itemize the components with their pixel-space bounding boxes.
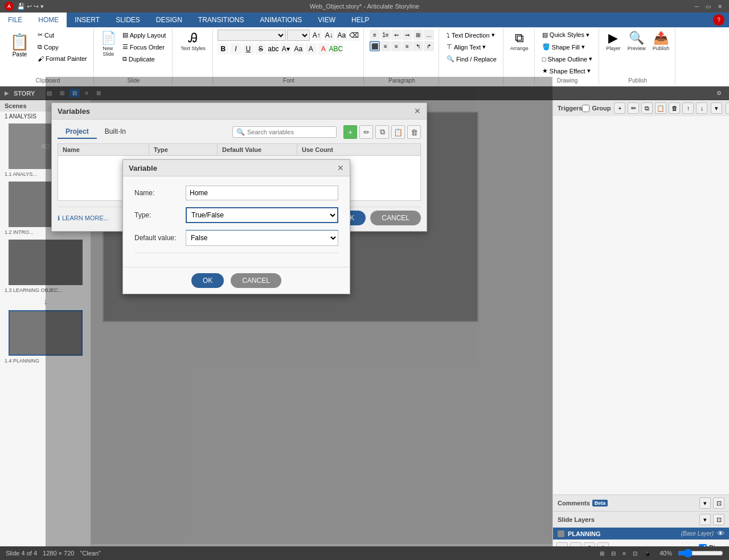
trigger-edit-button[interactable]: ✏	[628, 102, 639, 114]
shadow-button[interactable]: abc	[268, 43, 279, 55]
focus-order-button[interactable]: ☰ Focus Order	[120, 42, 169, 52]
search-input[interactable]	[247, 129, 333, 135]
text-direction-button[interactable]: ⤵ Text Direction ▾	[444, 30, 498, 40]
group-check[interactable]	[582, 105, 589, 112]
layer-visibility-button[interactable]: 👁	[717, 529, 724, 538]
paste-button[interactable]: 📋 Paste	[6, 30, 34, 60]
more-button[interactable]: ▾	[40, 3, 44, 10]
copy-variable-button[interactable]: ⧉	[375, 125, 389, 139]
increase-font-button[interactable]: A↑	[311, 30, 322, 41]
tab-built-in[interactable]: Built-In	[97, 125, 134, 139]
duplicate-button[interactable]: ⧉ Duplicate	[120, 53, 169, 64]
status-view-2[interactable]: ⊟	[608, 549, 619, 558]
trigger-copy-button[interactable]: ⧉	[641, 102, 653, 114]
font-size-select[interactable]	[287, 30, 310, 41]
save-button[interactable]: 💾	[17, 3, 25, 10]
shape-fill-button[interactable]: 🪣 Shape Fill ▾	[539, 42, 588, 52]
trigger-paste-button[interactable]: 📋	[655, 102, 666, 114]
tab-view[interactable]: VIEW	[310, 13, 343, 27]
storyview-settings-button[interactable]: ⚙	[714, 89, 724, 97]
trigger-delete-button[interactable]: 🗑	[669, 102, 680, 114]
player-button[interactable]: ▶ Player	[604, 30, 623, 52]
status-view-1[interactable]: ⊞	[597, 549, 607, 558]
tab-design[interactable]: DESIGN	[148, 13, 190, 27]
arrange-button[interactable]: ⧉ Arrange	[508, 30, 531, 52]
align-justify-button[interactable]: ≡	[402, 41, 412, 51]
zoom-slider[interactable]	[678, 549, 723, 558]
close-button[interactable]: ✕	[715, 3, 724, 10]
align-right-button[interactable]: ≡	[391, 41, 402, 51]
character-spacing-button[interactable]: A▾	[280, 43, 292, 55]
variable-name-input[interactable]	[186, 186, 338, 200]
comments-collapse-button[interactable]: ▾	[699, 497, 711, 509]
user-avatar[interactable]: ?	[713, 14, 724, 26]
tab-insert[interactable]: INSERT	[67, 13, 108, 27]
find-replace-button[interactable]: 🔍 Find / Replace	[444, 53, 499, 64]
font-name-select[interactable]	[218, 30, 286, 41]
font-color-button[interactable]: A	[318, 43, 329, 55]
triggers-collapse-button[interactable]: ▾	[711, 102, 722, 114]
paste-variable-button[interactable]: 📋	[391, 125, 405, 139]
variable-ok-button[interactable]: OK	[191, 273, 224, 288]
layers-detach-button[interactable]: ⊡	[713, 514, 724, 525]
status-view-3[interactable]: ≡	[620, 549, 629, 558]
align-left-button[interactable]: ⬛	[370, 41, 380, 51]
tab-slides[interactable]: SLIDES	[108, 13, 148, 27]
preview-button[interactable]: 🔍 Preview	[625, 30, 648, 52]
variable-dialog-close[interactable]: ✕	[337, 163, 344, 172]
align-center-button[interactable]: ≡	[380, 41, 391, 51]
layers-collapse-button[interactable]: ▾	[699, 514, 711, 525]
highlight-button[interactable]: A	[305, 43, 317, 55]
align-text-button[interactable]: ⊤ Align Text ▾	[444, 42, 489, 52]
decrease-indent-button[interactable]: ⇐	[391, 30, 402, 40]
rtl-button[interactable]: ↰	[413, 41, 423, 51]
variable-type-select[interactable]: True/False Number Text	[186, 207, 338, 223]
delete-variable-button[interactable]: 🗑	[407, 125, 421, 139]
status-view-4[interactable]: ⊡	[630, 549, 640, 558]
default-value-select[interactable]: False True	[186, 230, 338, 246]
maximize-button[interactable]: ▭	[703, 3, 713, 10]
edit-variable-button[interactable]: ✏	[359, 125, 373, 139]
increase-indent-button[interactable]: ⇒	[402, 30, 412, 40]
decrease-font-button[interactable]: A↓	[323, 30, 335, 41]
strikethrough-button[interactable]: S	[255, 43, 267, 55]
tab-home[interactable]: HOME	[30, 13, 67, 27]
tab-transitions[interactable]: TRANSITIONS	[190, 13, 252, 27]
change-case-button[interactable]: Aa	[336, 30, 347, 41]
numbered-list-button[interactable]: 1≡	[380, 30, 391, 40]
trigger-down-button[interactable]: ↓	[696, 102, 707, 114]
clear-format-button[interactable]: ⌫	[349, 30, 360, 41]
spellcheck-button[interactable]: ABC	[330, 43, 342, 55]
redo-button[interactable]: ↪	[34, 3, 39, 10]
comments-detach-button[interactable]: ⊡	[713, 497, 724, 509]
shape-outline-button[interactable]: □ Shape Outline ▾	[539, 53, 595, 64]
variable-cancel-button[interactable]: CANCEL	[231, 273, 281, 288]
trigger-up-button[interactable]: ↑	[682, 102, 694, 114]
format-painter-button[interactable]: 🖌 Format Painter	[35, 53, 90, 64]
shape-effect-button[interactable]: ★ Shape Effect ▾	[539, 65, 593, 76]
minimize-button[interactable]: ─	[693, 3, 701, 10]
font-size-small-button[interactable]: Aa	[293, 43, 304, 55]
bold-button[interactable]: B	[218, 43, 229, 55]
ltr-button[interactable]: ↱	[424, 41, 434, 51]
columns-button[interactable]: ⊞	[413, 30, 423, 40]
tab-animations[interactable]: ANIMATIONS	[252, 13, 310, 27]
trigger-add-button[interactable]: +	[614, 102, 625, 114]
learn-more-link[interactable]: ℹ LEARN MORE...	[58, 215, 109, 222]
copy-button[interactable]: ⧉ Copy	[35, 42, 90, 52]
variables-cancel-button[interactable]: CANCEL	[370, 211, 421, 225]
variables-dialog-close[interactable]: ✕	[414, 106, 421, 116]
apply-layout-button[interactable]: ▤ Apply Layout	[120, 30, 169, 40]
tab-help[interactable]: HELP	[343, 13, 377, 27]
layer-item-planning[interactable]: PLANNING (Base Layer) 👁	[553, 528, 729, 540]
text-styles-button[interactable]: Ꭿ Text Styles	[177, 30, 209, 52]
triggers-detach-button[interactable]: ⊡	[726, 102, 729, 114]
italic-button[interactable]: I	[230, 43, 241, 55]
add-variable-button[interactable]: +	[343, 125, 357, 139]
tab-project[interactable]: Project	[58, 125, 97, 139]
new-slide-button[interactable]: 📄 NewSlide	[99, 30, 118, 58]
status-view-5[interactable]: 📱	[641, 549, 654, 558]
publish-button[interactable]: 📤 Publish	[650, 30, 672, 52]
quick-styles-button[interactable]: ▤ Quick Styles ▾	[539, 30, 592, 40]
more-para-button[interactable]: …	[424, 30, 434, 40]
